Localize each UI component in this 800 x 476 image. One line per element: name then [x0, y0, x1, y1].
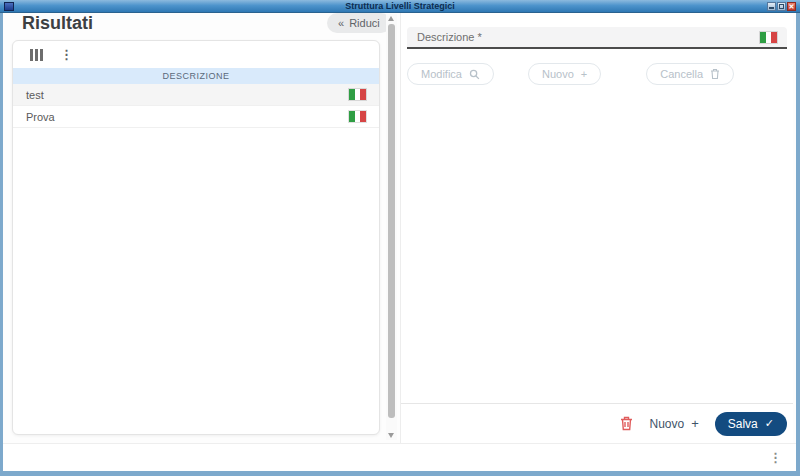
- window-border-left: [0, 13, 3, 476]
- modify-button[interactable]: Modifica: [407, 63, 494, 85]
- app-window: Struttura Livelli Strategici ✕ Risultati…: [0, 0, 800, 476]
- table-menu-icon[interactable]: ⋮: [60, 48, 73, 61]
- results-card: ⋮ DESCRIZIONE test Prova: [12, 40, 380, 435]
- maximize-icon: [779, 4, 784, 9]
- modify-button-label: Modifica: [421, 68, 462, 80]
- window-title: Struttura Livelli Strategici: [0, 0, 800, 13]
- footer-new-label: Nuovo: [649, 417, 684, 431]
- check-icon: ✓: [765, 417, 774, 430]
- trash-icon: [710, 68, 720, 80]
- table-header: DESCRIZIONE: [13, 68, 379, 84]
- window-controls: ✕: [767, 2, 796, 11]
- footer-new-button[interactable]: Nuovo +: [649, 416, 698, 431]
- new-button-disabled[interactable]: Nuovo +: [528, 63, 601, 85]
- plus-icon: +: [691, 416, 699, 431]
- bottom-bar: ⋮: [3, 443, 796, 471]
- plus-icon: +: [581, 68, 587, 80]
- action-buttons-row: Modifica Nuovo + Cancella: [407, 63, 734, 85]
- collapse-button-label: Riduci: [349, 17, 380, 29]
- row-label: Prova: [26, 111, 55, 123]
- scroll-up-icon[interactable]: [388, 16, 394, 21]
- scrollbar-thumb[interactable]: [388, 24, 395, 418]
- new-button-label: Nuovo: [542, 68, 574, 80]
- window-border-right: [796, 13, 800, 476]
- table-toolbar: ⋮: [13, 41, 379, 68]
- page-title: Risultati: [22, 13, 93, 34]
- minimize-icon: [769, 7, 774, 9]
- maximize-button[interactable]: [777, 2, 786, 11]
- row-label: test: [26, 89, 44, 101]
- delete-button-label: Cancella: [660, 68, 703, 80]
- table-row[interactable]: Prova: [13, 106, 379, 128]
- close-icon: ✕: [788, 2, 795, 11]
- italy-flag-icon: [349, 89, 366, 100]
- detail-panel: Descrizione * Modifica Nuovo + Cancella: [400, 13, 793, 443]
- table-row[interactable]: test: [13, 84, 379, 106]
- delete-button[interactable]: Cancella: [646, 63, 734, 85]
- scroll-down-icon[interactable]: [388, 433, 394, 438]
- bottom-menu-icon[interactable]: ⋮: [769, 451, 782, 464]
- titlebar: Struttura Livelli Strategici ✕: [0, 0, 800, 13]
- footer-actions: Nuovo + Salva ✓: [401, 404, 793, 443]
- description-label: Descrizione *: [417, 31, 482, 43]
- save-button-label: Salva: [728, 417, 758, 431]
- search-icon: [469, 69, 480, 80]
- chevron-left-icon: «: [338, 17, 344, 29]
- italy-flag-icon: [349, 111, 366, 122]
- italy-flag-icon: [760, 32, 777, 43]
- window-border-bottom: [0, 471, 800, 476]
- vertical-scrollbar[interactable]: [386, 14, 397, 440]
- close-button[interactable]: ✕: [787, 2, 796, 11]
- delete-trash-icon[interactable]: [620, 416, 633, 431]
- save-button[interactable]: Salva ✓: [715, 412, 787, 436]
- minimize-button[interactable]: [767, 2, 776, 11]
- collapse-panel-button[interactable]: « Riduci: [327, 13, 391, 33]
- description-input[interactable]: Descrizione *: [407, 27, 787, 49]
- columns-icon[interactable]: [30, 49, 43, 61]
